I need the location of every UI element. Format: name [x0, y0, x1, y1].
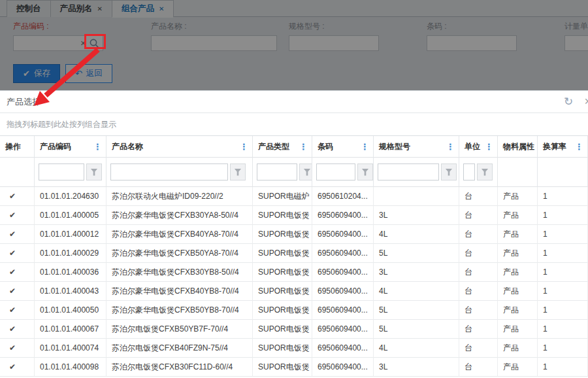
column-menu-icon[interactable]: ⋮ [446, 142, 455, 152]
cell: 台 [459, 282, 498, 301]
cell: 台 [459, 301, 498, 320]
cell: 1 [538, 263, 588, 282]
cell: 6950609400... [312, 244, 374, 263]
filter-button[interactable] [230, 163, 246, 180]
cell: 01.01.01.400074 [35, 339, 106, 358]
cell: SUPOR电饭煲 [253, 225, 312, 244]
column-menu-icon[interactable]: ⋮ [361, 142, 369, 152]
dialog-title: 产品选择 [7, 91, 41, 113]
cell: SUPOR电饭煲 [253, 320, 312, 339]
column-header-8[interactable]: 换算率⋮ [538, 136, 588, 158]
row-select-check[interactable]: ✔ [0, 301, 35, 320]
filter-input-3[interactable] [257, 163, 297, 180]
cell: 台 [459, 263, 498, 282]
row-select-check[interactable]: ✔ [0, 225, 35, 244]
cell [374, 187, 459, 206]
cell: 产品 [498, 282, 538, 301]
column-menu-icon[interactable]: ⋮ [485, 142, 493, 152]
column-header-3[interactable]: 产品类型⋮ [253, 136, 312, 158]
cell: 产品 [498, 301, 538, 320]
filter-input-1[interactable] [39, 163, 84, 180]
product-grid: 操作产品编码⋮产品名称⋮产品类型⋮条码⋮规格型号⋮单位⋮物料属性换算率⋮✔01.… [0, 136, 588, 377]
filter-cell-8 [538, 158, 588, 187]
cell: 1 [538, 301, 588, 320]
grid-header-row: 操作产品编码⋮产品名称⋮产品类型⋮条码⋮规格型号⋮单位⋮物料属性换算率⋮ [0, 136, 588, 158]
funnel-icon [91, 169, 98, 176]
column-menu-icon[interactable]: ⋮ [299, 142, 308, 152]
row-select-check[interactable]: ✔ [0, 187, 35, 206]
cell: 1 [538, 206, 588, 225]
column-header-label: 条码 [318, 141, 333, 152]
column-header-1[interactable]: 产品编码⋮ [35, 136, 106, 158]
row-select-check[interactable]: ✔ [0, 263, 35, 282]
filter-cell-6 [459, 158, 498, 187]
cell: SUPOR电饭煲 [253, 206, 312, 225]
modal-backdrop [0, 0, 588, 90]
filter-input-6[interactable] [463, 163, 475, 180]
table-row[interactable]: ✔01.01.01.204630苏泊尔联动火电磁炉ID09-220//2SUPO… [0, 187, 588, 206]
cell: 台 [459, 320, 498, 339]
group-panel[interactable]: 拖拽列标题到此处按列组合显示 [0, 113, 588, 136]
column-menu-icon[interactable]: ⋮ [575, 142, 583, 152]
cell: 苏泊尔豪华电饭煲CFXB40YB8-70//4 [106, 282, 253, 301]
cell: 5L [374, 301, 459, 320]
filter-cell-0 [0, 158, 35, 187]
row-select-check[interactable]: ✔ [0, 282, 35, 301]
cell: 苏泊尔电饭煲CFXB50YB7F-70//4 [106, 320, 253, 339]
table-row[interactable]: ✔01.01.01.400067苏泊尔电饭煲CFXB50YB7F-70//4SU… [0, 320, 588, 339]
close-icon[interactable]: ✕ [584, 96, 588, 107]
table-row[interactable]: ✔01.01.01.400029苏泊尔豪华电饭煲CFXB50YA8-70//4S… [0, 244, 588, 263]
filter-cell-2 [106, 158, 253, 187]
cell: 4L [374, 339, 459, 358]
table-row[interactable]: ✔01.01.01.400005苏泊尔豪华电饭煲CFXB30YA8-50//4S… [0, 206, 588, 225]
column-header-label: 产品名称 [112, 141, 143, 152]
cell: 产品 [498, 187, 538, 206]
column-header-4[interactable]: 条码⋮ [312, 136, 374, 158]
column-header-2[interactable]: 产品名称⋮ [106, 136, 253, 158]
table-row[interactable]: ✔01.01.01.400074苏泊尔电饭煲CFXB40FZ9N-75//4SU… [0, 339, 588, 358]
cell: 01.01.01.400050 [35, 301, 106, 320]
cell: 6950609400... [312, 301, 374, 320]
filter-input-2[interactable] [110, 163, 228, 180]
cell: 产品 [498, 225, 538, 244]
table-row[interactable]: ✔01.01.01.400098苏泊尔电饭煲CFXB30FC11D-60//4S… [0, 358, 588, 377]
row-select-check[interactable]: ✔ [0, 244, 35, 263]
refresh-icon[interactable]: ↻ [564, 95, 573, 109]
cell: 台 [459, 225, 498, 244]
cell: SUPOR电饭煲 [253, 263, 312, 282]
filter-button[interactable] [441, 163, 457, 180]
cell: 3L [374, 358, 459, 377]
table-row[interactable]: ✔01.01.01.400050苏泊尔豪华电饭煲CFXB50YB8-70//4S… [0, 301, 588, 320]
background-page: 控制台产品别名✕组合产品✕ 产品编码 :✕产品名称 :规格型号 :条码 :计量单… [0, 0, 588, 90]
cell: 台 [459, 358, 498, 377]
filter-button[interactable] [86, 163, 102, 180]
column-header-5[interactable]: 规格型号⋮ [374, 136, 459, 158]
funnel-icon [446, 169, 453, 176]
column-header-7[interactable]: 物料属性 [498, 136, 538, 158]
cell: 01.01.01.400098 [35, 358, 106, 377]
filter-input-4[interactable] [316, 163, 355, 180]
row-select-check[interactable]: ✔ [0, 339, 35, 358]
cell: 01.01.01.204630 [35, 187, 106, 206]
column-header-0[interactable]: 操作 [0, 136, 35, 158]
table-row[interactable]: ✔01.01.01.400043苏泊尔豪华电饭煲CFXB40YB8-70//4S… [0, 282, 588, 301]
row-select-check[interactable]: ✔ [0, 358, 35, 377]
column-menu-icon[interactable]: ⋮ [93, 142, 102, 152]
cell: 4L [374, 225, 459, 244]
cell: 1 [538, 320, 588, 339]
cell: 苏泊尔电饭煲CFXB40FZ9N-75//4 [106, 339, 253, 358]
cell: 台 [459, 187, 498, 206]
filter-button[interactable] [299, 163, 312, 180]
row-select-check[interactable]: ✔ [0, 206, 35, 225]
table-row[interactable]: ✔01.01.01.400012苏泊尔豪华电饭煲CFXB40YA8-70//4S… [0, 225, 588, 244]
cell: SUPOR电饭煲 [253, 301, 312, 320]
filter-input-5[interactable] [378, 163, 439, 180]
grid-filter-row [0, 158, 588, 187]
filter-button[interactable] [357, 163, 373, 180]
table-row[interactable]: ✔01.01.01.400036苏泊尔豪华电饭煲CFXB30YB8-50//4S… [0, 263, 588, 282]
column-header-6[interactable]: 单位⋮ [459, 136, 498, 158]
column-menu-icon[interactable]: ⋮ [240, 142, 248, 152]
cell: 01.01.01.400012 [35, 225, 106, 244]
filter-button[interactable] [477, 163, 493, 180]
row-select-check[interactable]: ✔ [0, 320, 35, 339]
